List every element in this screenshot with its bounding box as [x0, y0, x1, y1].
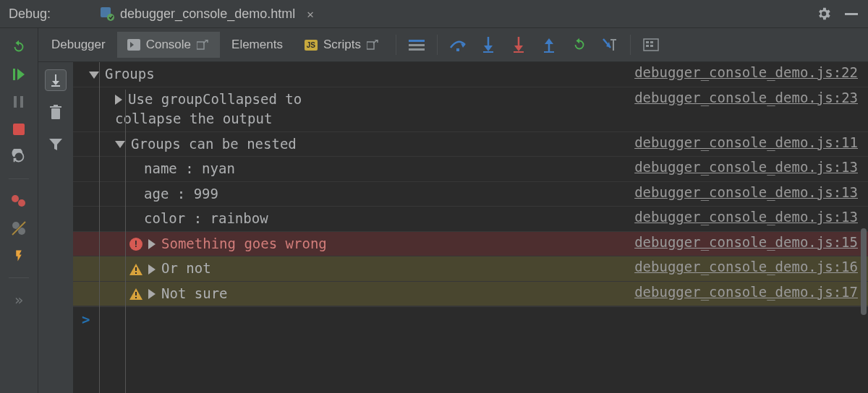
step-out-icon[interactable] [539, 35, 559, 55]
tab-debugger[interactable]: Debugger [41, 32, 116, 58]
mute-breakpoints-icon[interactable] [10, 220, 27, 237]
source-link[interactable]: debugger_console_demo.js:13 [629, 207, 868, 227]
svg-rect-3 [13, 69, 15, 80]
breakpoints-icon[interactable] [10, 192, 27, 210]
tab-elements-label: Elements [231, 38, 283, 52]
indent-guide [99, 62, 100, 393]
log-group[interactable]: Groups can be nested debugger_console_de… [73, 132, 868, 157]
settings-gear-icon[interactable] [816, 6, 832, 22]
log-text: age : 999 [144, 186, 218, 202]
log-warning[interactable]: Or not debugger_console_demo.js:16 [73, 256, 868, 282]
minimize-icon[interactable] [843, 6, 859, 22]
console-output[interactable]: Groups debugger_console_demo.js:22 Use g… [73, 62, 868, 393]
log-error[interactable]: !Something goes wrong debugger_console_d… [73, 232, 868, 257]
source-link[interactable]: debugger_console_demo.js:22 [629, 62, 868, 82]
html-file-icon [100, 7, 114, 21]
force-step-icon[interactable] [509, 35, 529, 55]
chevron-right-icon[interactable] [148, 289, 156, 299]
run-to-cursor-icon[interactable] [569, 35, 590, 55]
close-tab-icon[interactable]: ✕ [307, 7, 314, 21]
pause-icon[interactable] [10, 93, 27, 111]
log-group[interactable]: Use groupCollapsed to collapse the outpu… [73, 87, 868, 132]
warning-icon [129, 288, 142, 300]
clear-icon[interactable] [46, 103, 66, 123]
log-text: Groups can be nested [131, 136, 297, 152]
panel-title: Debug: [9, 7, 51, 22]
log-warning[interactable]: Not sure debugger_console_demo.js:17 [73, 282, 868, 307]
svg-marker-41 [52, 81, 59, 85]
svg-marker-4 [17, 69, 25, 80]
log-text: Or not [161, 260, 211, 276]
svg-rect-49 [135, 272, 137, 274]
show-frames-icon[interactable] [407, 35, 427, 55]
log-line: name : nyan debugger_console_demo.js:13 [73, 157, 868, 182]
svg-rect-51 [135, 292, 137, 295]
source-link[interactable]: debugger_console_demo.js:13 [629, 182, 868, 202]
filter-icon[interactable] [46, 134, 66, 155]
chevron-right-icon[interactable] [115, 95, 122, 105]
svg-rect-6 [20, 96, 23, 108]
log-text: color : rainbow [144, 210, 268, 226]
left-gutter: » [0, 28, 38, 393]
source-link[interactable]: debugger_console_demo.js:15 [629, 232, 868, 252]
more-icon[interactable]: » [14, 291, 23, 308]
drop-frame-icon[interactable] [600, 35, 620, 55]
source-link[interactable]: debugger_console_demo.js:13 [629, 157, 868, 177]
tab-elements[interactable]: Elements [221, 32, 293, 58]
chevron-right-icon[interactable] [148, 239, 156, 249]
refresh-icon[interactable] [10, 148, 27, 165]
svg-marker-30 [545, 38, 553, 44]
svg-rect-18 [409, 40, 425, 42]
log-text: Something goes wrong [161, 236, 327, 251]
svg-rect-5 [14, 96, 17, 108]
source-link[interactable]: debugger_console_demo.js:23 [629, 87, 868, 108]
svg-rect-44 [50, 106, 61, 108]
stop-icon[interactable] [10, 121, 27, 138]
step-into-icon[interactable] [478, 35, 498, 55]
tab-scripts[interactable]: JS Scripts [294, 32, 390, 58]
warning-icon [129, 264, 142, 275]
svg-rect-38 [646, 45, 649, 47]
tab-console[interactable]: Console [117, 32, 220, 58]
console-prompt[interactable]: > [73, 306, 868, 332]
svg-rect-17 [367, 42, 374, 49]
tab-debugger-label: Debugger [51, 38, 106, 52]
svg-rect-52 [135, 297, 137, 298]
log-text: Not sure [161, 285, 228, 301]
svg-rect-36 [646, 41, 649, 43]
chevron-down-icon[interactable] [115, 141, 125, 148]
console-icon [127, 39, 140, 51]
svg-rect-16 [197, 42, 204, 49]
evaluate-icon[interactable] [641, 35, 661, 55]
file-tab[interactable]: debugger_console_demo.html ✕ [94, 2, 320, 26]
scroll-to-end-icon[interactable] [45, 69, 67, 91]
svg-rect-48 [135, 267, 137, 271]
step-over-icon[interactable] [448, 35, 468, 55]
new-window-icon [367, 40, 380, 50]
svg-rect-2 [845, 13, 858, 15]
source-link[interactable]: debugger_console_demo.js:11 [629, 132, 868, 152]
source-link[interactable]: debugger_console_demo.js:17 [629, 282, 868, 302]
new-window-icon [197, 40, 210, 50]
scrollbar-thumb[interactable] [861, 228, 867, 315]
resume-icon[interactable] [10, 66, 27, 83]
console-toolbar [38, 62, 73, 393]
lightning-icon[interactable] [10, 247, 27, 264]
svg-point-1 [107, 14, 114, 21]
svg-point-8 [12, 195, 19, 202]
tab-scripts-label: Scripts [323, 38, 361, 52]
svg-point-9 [18, 199, 25, 207]
chevron-down-icon[interactable] [89, 72, 99, 79]
svg-rect-43 [51, 108, 60, 119]
chevron-right-icon[interactable] [148, 264, 156, 275]
svg-marker-24 [484, 46, 493, 51]
rerun-icon[interactable] [10, 38, 27, 56]
log-line: age : 999 debugger_console_demo.js:13 [73, 182, 868, 207]
log-group[interactable]: Groups debugger_console_demo.js:22 [73, 62, 868, 87]
log-text: Groups [105, 66, 155, 82]
indent-guide [125, 90, 126, 393]
prompt-char: > [82, 311, 90, 327]
file-tab-label: debugger_console_demo.html [120, 7, 295, 22]
svg-rect-22 [456, 48, 459, 51]
source-link[interactable]: debugger_console_demo.js:16 [629, 256, 868, 277]
